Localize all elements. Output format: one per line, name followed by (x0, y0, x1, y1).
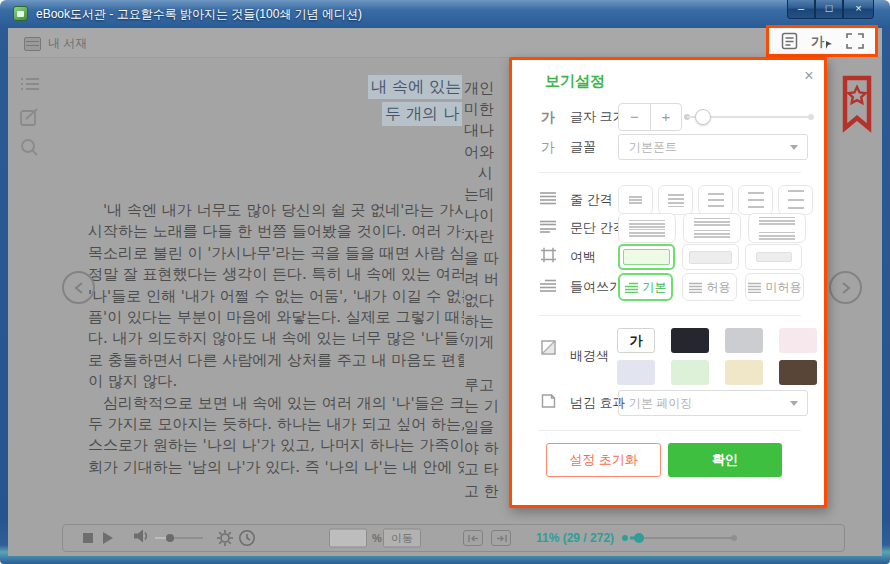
paragraph-spacing-option-2[interactable] (683, 213, 741, 243)
font-size-icon: 가 (537, 108, 559, 127)
bg-color-swatch-green[interactable] (671, 360, 709, 385)
book-line: 심리학적으로 보면 내 속에 있는 여러 개의 '나'들은 크게 (88, 393, 464, 414)
font-size-increase-button[interactable]: + (650, 104, 681, 130)
divider (539, 430, 801, 431)
margin-option-medium[interactable] (682, 244, 739, 270)
book-line: 정말 잘 표현했다는 생각이 든다. 특히 내 속에 있는 여러 개의 (88, 264, 464, 285)
percent-sign: % (372, 532, 382, 544)
progress-track[interactable] (644, 537, 734, 539)
reading-timer-button[interactable] (235, 527, 259, 549)
window-title: eBook도서관 - 고요할수록 밝아지는 것들(100쇄 기념 에디션) (36, 6, 362, 23)
slider-handle[interactable] (695, 109, 711, 125)
bg-color-swatch-brown[interactable] (779, 360, 817, 385)
svg-text:가: 가 (811, 34, 825, 49)
toc-button[interactable] (20, 76, 40, 96)
compose-icon (20, 108, 39, 127)
book-line (464, 353, 514, 374)
indent-option-disallow[interactable]: 미허용 (745, 273, 804, 301)
page-turn-value: 기본 페이징 (629, 396, 692, 410)
book-line: 려 버 (464, 269, 514, 290)
reset-settings-button[interactable]: 설정 초기화 (546, 443, 661, 477)
chapter-title-line2: 두 개의 나 (382, 102, 462, 126)
book-line: 을 따 (464, 248, 514, 269)
font-size-slider[interactable] (684, 109, 814, 125)
jump-forward-button[interactable] (491, 530, 511, 546)
bg-color-swatch-white[interactable]: 가 (617, 328, 655, 353)
book-line: 고 한 (464, 481, 514, 502)
go-to-percent-button[interactable]: 이동 (383, 529, 421, 548)
book-line: 는 기 (464, 396, 514, 417)
prev-page-button[interactable] (62, 271, 95, 304)
line-spacing-row: 줄 간격 (512, 185, 824, 215)
progress-handle[interactable] (634, 533, 644, 543)
tts-stop-button[interactable] (83, 533, 93, 543)
view-settings-button[interactable]: 가 (810, 30, 834, 52)
note-button[interactable] (20, 108, 39, 131)
view-settings-panel: 보기설정 × 가 글자 크기 − + 가 글꼴 (509, 57, 827, 508)
font-select[interactable]: 기본폰트 (618, 134, 808, 160)
bg-color-swatch-lavender[interactable] (617, 360, 655, 385)
font-row: 가 글꼴 기본폰트 (512, 133, 824, 161)
percent-input[interactable] (329, 529, 367, 548)
bg-color-swatch-gray[interactable] (725, 328, 763, 353)
line-spacing-option-3[interactable] (698, 185, 733, 215)
reading-note-button[interactable] (778, 30, 802, 52)
book-line: 루고 (464, 375, 514, 396)
indent-option-allow[interactable]: 허용 (682, 273, 737, 301)
line-spacing-option-4[interactable] (738, 185, 773, 215)
book-line: 없다 (464, 290, 514, 311)
confirm-button[interactable]: 확인 (668, 443, 782, 477)
volume-slider-track[interactable] (169, 537, 203, 539)
progress-end-dot (731, 535, 737, 541)
panel-close-button[interactable]: × (800, 67, 818, 85)
tts-play-button[interactable] (103, 532, 113, 544)
close-button[interactable]: × (843, 0, 874, 19)
list-icon (20, 76, 40, 92)
margin-option-small[interactable] (618, 244, 675, 270)
font-size-stepper: − + (618, 103, 682, 131)
line-spacing-option-1[interactable] (618, 185, 653, 215)
paragraph-spacing-row: 문단 간격 (512, 213, 824, 243)
paragraph-spacing-option-1[interactable] (618, 213, 676, 243)
minimize-button[interactable]: – (787, 0, 815, 19)
margin-option-large[interactable] (745, 244, 802, 270)
jump-back-button[interactable] (463, 530, 483, 546)
bg-color-swatch-dark[interactable] (671, 328, 709, 353)
book-line: 일을 (464, 417, 514, 438)
line-spacing-option-5[interactable] (778, 185, 813, 215)
font-label: 글꼴 (570, 138, 596, 156)
book-line: 이 많지 않다. (88, 371, 464, 392)
maximize-button[interactable]: □ (815, 0, 843, 19)
paragraph-spacing-icon (537, 219, 559, 237)
line-spacing-icon (537, 191, 559, 209)
bg-color-swatch-pink[interactable] (779, 328, 817, 353)
book-line: 스스로가 원하는 '나의 나'가 있고, 나머지 하나는 가족이나 사 (88, 435, 464, 456)
search-button[interactable] (20, 138, 39, 161)
book-line: 하는 (464, 311, 514, 332)
chevron-left-icon (74, 281, 84, 295)
title-bar[interactable]: eBook도서관 - 고요할수록 밝아지는 것들(100쇄 기념 에디션) – … (0, 0, 890, 28)
line-spacing-label: 줄 간격 (570, 191, 613, 209)
tts-settings-button[interactable] (213, 527, 237, 549)
my-library-label: 내 서재 (48, 35, 87, 52)
paragraph-spacing-option-3[interactable] (748, 213, 806, 243)
search-icon (20, 138, 39, 157)
line-spacing-option-2[interactable] (658, 185, 693, 215)
volume-icon[interactable] (133, 529, 150, 548)
indent-option-default[interactable]: 기본 (618, 273, 673, 301)
bg-color-swatch-beige[interactable] (725, 360, 763, 385)
volume-slider-handle[interactable] (166, 534, 174, 542)
next-page-button[interactable] (829, 271, 862, 304)
indent-option-label: 기본 (643, 279, 667, 296)
app-content: 내 서재 내 속에 있는 두 개의 나 '내 속엔 내가 너무도 많아 당신의 … (8, 28, 882, 556)
indent-icon (537, 278, 559, 296)
fullscreen-button[interactable] (843, 30, 867, 52)
arrow-to-end-icon (495, 534, 508, 543)
page-turn-select[interactable]: 기본 페이징 (618, 390, 808, 416)
my-library-button[interactable]: 내 서재 (24, 35, 87, 52)
font-size-decrease-button[interactable]: − (619, 104, 650, 130)
document-icon (781, 32, 798, 50)
book-line: 픔'이 있다는 부분이 마음에 와닿는다. 실제로 그렇기 때문이 (88, 307, 464, 328)
chevron-down-icon (790, 401, 798, 406)
bookmark-button[interactable] (841, 75, 873, 137)
